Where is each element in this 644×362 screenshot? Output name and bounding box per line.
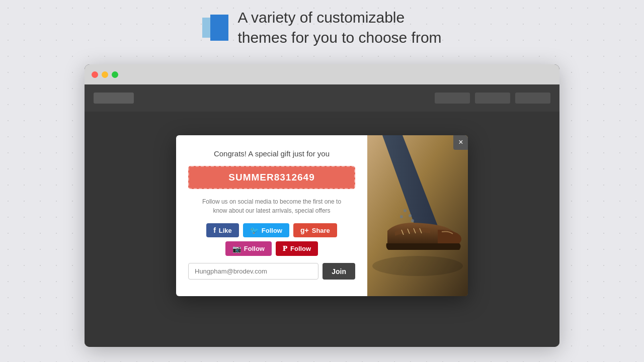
logo-icon bbox=[202, 15, 228, 41]
minimize-dot[interactable] bbox=[102, 71, 108, 78]
social-buttons: f Like 🐦 Follow g+ Share bbox=[188, 223, 355, 256]
twitter-label: Follow bbox=[262, 227, 282, 234]
top-title: A variety of customizable themes for you… bbox=[237, 8, 441, 48]
svg-point-2 bbox=[404, 209, 407, 212]
pinterest-label: Follow bbox=[290, 245, 311, 252]
pinterest-icon: 𝐏 bbox=[283, 244, 287, 253]
browser-window: Congrats! A special gift just for you SU… bbox=[85, 64, 559, 347]
instagram-label: Follow bbox=[244, 245, 265, 252]
top-area: A variety of customizable themes for you… bbox=[0, 0, 644, 55]
svg-point-3 bbox=[409, 214, 412, 217]
pinterest-follow-button[interactable]: 𝐏 Follow bbox=[276, 241, 318, 256]
maximize-dot[interactable] bbox=[112, 71, 118, 78]
email-row: Join bbox=[188, 263, 355, 280]
twitter-icon: 🐦 bbox=[250, 226, 259, 234]
social-row-1: f Like 🐦 Follow g+ Share bbox=[206, 223, 337, 237]
instagram-icon: 📷 bbox=[232, 245, 241, 253]
svg-point-4 bbox=[400, 215, 403, 218]
gplus-icon: g+ bbox=[300, 226, 309, 234]
social-row-2: 📷 Follow 𝐏 Follow bbox=[225, 241, 318, 256]
browser-content: Congrats! A special gift just for you SU… bbox=[85, 84, 559, 347]
modal-container: Congrats! A special gift just for you SU… bbox=[176, 135, 468, 296]
instagram-follow-button[interactable]: 📷 Follow bbox=[225, 241, 272, 256]
modal-left-panel: Congrats! A special gift just for you SU… bbox=[176, 135, 367, 296]
gplus-label: Share bbox=[312, 227, 330, 234]
facebook-icon: f bbox=[213, 226, 216, 234]
modal-close-button[interactable]: × bbox=[453, 135, 468, 150]
modal-description: Follow us on social media to become the … bbox=[202, 197, 341, 215]
modal-right-panel: × bbox=[367, 135, 468, 296]
modal-title: Congrats! A special gift just for you bbox=[214, 149, 330, 158]
gplus-share-button[interactable]: g+ Share bbox=[293, 223, 337, 237]
shoe-scene bbox=[367, 135, 468, 296]
svg-point-5 bbox=[411, 219, 414, 222]
browser-titlebar bbox=[85, 64, 559, 84]
close-dot[interactable] bbox=[92, 71, 98, 78]
join-button[interactable]: Join bbox=[323, 263, 355, 280]
email-input[interactable] bbox=[188, 263, 318, 280]
twitter-follow-button[interactable]: 🐦 Follow bbox=[243, 223, 289, 237]
shoe-svg bbox=[367, 135, 468, 296]
facebook-like-button[interactable]: f Like bbox=[206, 223, 239, 237]
modal-overlay: Congrats! A special gift just for you SU… bbox=[85, 84, 559, 347]
facebook-label: Like bbox=[219, 227, 232, 234]
coupon-code: SUMMER8312649 bbox=[188, 166, 355, 189]
svg-point-1 bbox=[372, 256, 463, 276]
